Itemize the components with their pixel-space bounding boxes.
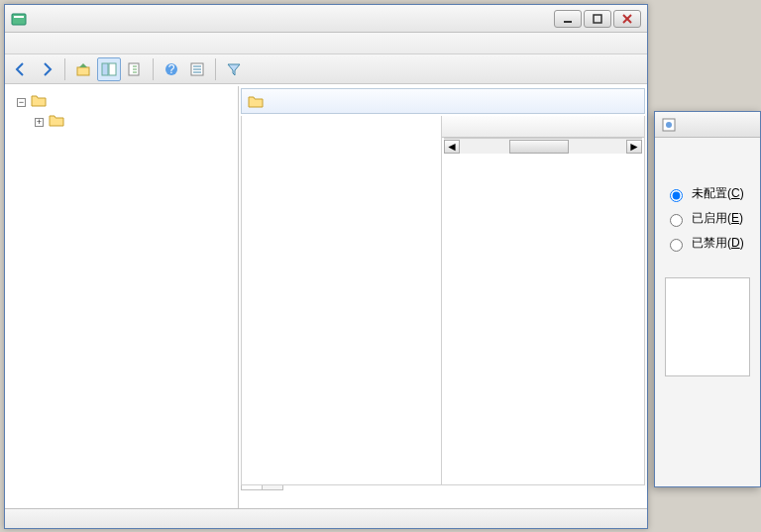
svg-text:?: ? bbox=[168, 62, 175, 76]
options-box bbox=[665, 277, 750, 376]
status-bar bbox=[5, 508, 647, 528]
horizontal-scrollbar[interactable]: ◄ ► bbox=[444, 138, 642, 154]
radio-not-configured[interactable] bbox=[670, 189, 683, 202]
folder-open-icon bbox=[248, 94, 264, 108]
expand-icon[interactable]: + bbox=[35, 118, 44, 127]
filter-button[interactable] bbox=[222, 57, 246, 81]
folder-icon bbox=[49, 113, 64, 127]
svg-point-17 bbox=[666, 122, 672, 128]
tab-standard[interactable] bbox=[262, 485, 283, 490]
radio-enabled[interactable] bbox=[670, 214, 683, 227]
svg-rect-8 bbox=[109, 63, 116, 75]
app-icon bbox=[11, 11, 27, 27]
scroll-right-button[interactable]: ► bbox=[626, 140, 642, 154]
show-tree-button[interactable] bbox=[97, 57, 121, 81]
close-button[interactable] bbox=[613, 10, 641, 28]
properties-button[interactable] bbox=[185, 57, 209, 81]
column-header-setting[interactable] bbox=[442, 116, 644, 138]
tab-extended[interactable] bbox=[241, 485, 263, 490]
help-button[interactable]: ? bbox=[160, 57, 183, 81]
settings-list[interactable]: ◄ ► bbox=[442, 116, 644, 484]
minimize-button[interactable] bbox=[554, 10, 582, 28]
content-header bbox=[241, 88, 645, 114]
titlebar bbox=[5, 5, 647, 33]
svg-rect-7 bbox=[102, 63, 108, 75]
export-button[interactable] bbox=[123, 57, 147, 81]
menu-file[interactable] bbox=[9, 42, 25, 46]
nav-tree[interactable]: − + bbox=[5, 86, 239, 508]
scroll-left-button[interactable]: ◄ bbox=[444, 140, 460, 154]
radio-disabled-label: 已禁用(D) bbox=[692, 235, 744, 252]
main-window: ? − + bbox=[4, 4, 648, 529]
radio-enabled-label: 已启用(E) bbox=[692, 210, 743, 227]
policy-dialog: 未配置(C) 已启用(E) 已禁用(D) bbox=[654, 111, 761, 487]
view-tabs bbox=[241, 484, 645, 506]
folder-open-icon bbox=[31, 93, 47, 107]
up-level-button[interactable] bbox=[71, 57, 95, 81]
toolbar: ? bbox=[5, 54, 647, 84]
svg-rect-3 bbox=[594, 15, 601, 23]
back-button[interactable] bbox=[9, 57, 33, 81]
scroll-thumb[interactable] bbox=[509, 140, 569, 154]
collapse-icon[interactable]: − bbox=[17, 98, 26, 107]
menu-help[interactable] bbox=[62, 42, 78, 46]
dialog-titlebar bbox=[655, 112, 760, 138]
detail-pane bbox=[242, 116, 442, 484]
forward-button[interactable] bbox=[35, 57, 58, 81]
svg-rect-6 bbox=[77, 67, 89, 75]
menu-action[interactable] bbox=[27, 42, 43, 46]
svg-rect-1 bbox=[14, 16, 24, 18]
maximize-button[interactable] bbox=[584, 10, 611, 28]
svg-rect-0 bbox=[12, 14, 26, 25]
policy-icon bbox=[661, 117, 677, 133]
menu-view[interactable] bbox=[45, 42, 60, 46]
tree-item-desktop[interactable]: + bbox=[5, 110, 238, 130]
radio-disabled[interactable] bbox=[670, 239, 683, 252]
menubar bbox=[5, 33, 647, 54]
tree-admin-templates[interactable]: − bbox=[5, 90, 238, 110]
radio-not-configured-label: 未配置(C) bbox=[692, 185, 744, 202]
